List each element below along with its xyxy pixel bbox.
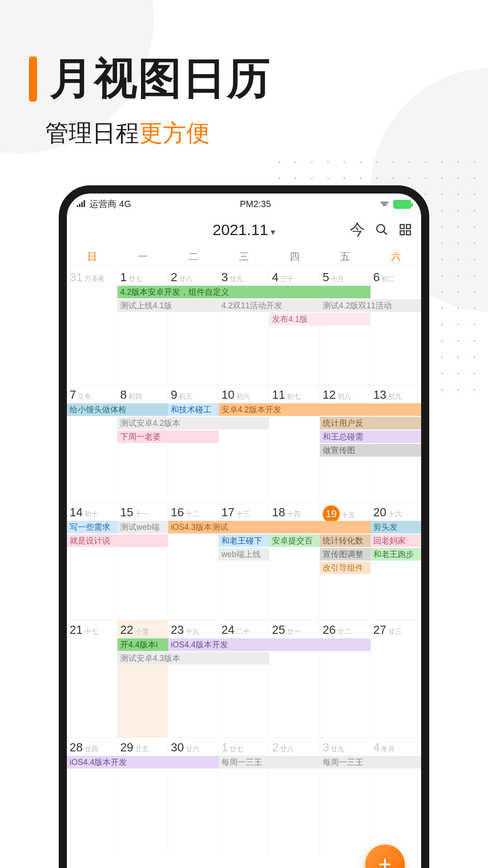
day-cell[interactable]: 13初九 xyxy=(371,385,421,502)
day-cell[interactable]: 7立冬给小馒头做体检 xyxy=(67,385,117,502)
day-number: 9 xyxy=(171,388,177,402)
day-cell[interactable]: 3廿九4.2双11活动开发 xyxy=(219,267,269,385)
day-cell[interactable]: 2廿八 xyxy=(168,267,219,385)
calendar-event[interactable]: 发布4.1版 xyxy=(269,313,371,326)
lunar-label: 三十 xyxy=(280,275,294,283)
calendar-event[interactable]: 写一些需求 xyxy=(67,521,117,533)
calendar-event[interactable]: 测试web端 xyxy=(117,521,168,533)
calendar-event[interactable]: 测试上线4.1版 xyxy=(117,299,219,312)
calendar-event[interactable]: 每周一三王 xyxy=(219,756,320,769)
svg-line-5 xyxy=(384,231,387,235)
today-badge: 19 xyxy=(323,505,340,523)
calendar-event[interactable]: iOS4.3版本测试 xyxy=(168,521,371,533)
day-cell[interactable]: 14初十写一些需求就是设计说 xyxy=(67,502,117,620)
day-cell[interactable]: 28廿四iOS4.4版本开发 xyxy=(67,737,117,855)
lunar-label: 廿八 xyxy=(179,275,192,283)
day-cell[interactable]: 5十月测试4.2版双11活动 xyxy=(320,267,371,385)
day-cell[interactable]: 24二十 xyxy=(219,620,269,737)
calendar-event[interactable]: 和老王碰下 xyxy=(219,534,269,547)
day-number: 1 xyxy=(221,741,228,755)
calendar-event[interactable]: 剪头发 xyxy=(371,521,421,533)
lunar-label: 初八 xyxy=(338,392,351,401)
day-cell[interactable]: 21十七 xyxy=(67,620,117,737)
day-number: 7 xyxy=(70,388,76,402)
calendar-event[interactable]: 开4.4版本i xyxy=(117,638,168,651)
view-switch-icon[interactable] xyxy=(399,223,412,236)
day-cell[interactable]: 11初七 xyxy=(269,385,320,502)
day-cell[interactable]: 25廿一 xyxy=(269,620,320,737)
lunar-label: 廿一 xyxy=(287,627,300,636)
day-cell[interactable]: 22小雪开4.4版本i测试安卓4.3版本 xyxy=(117,620,168,737)
calendar-event[interactable]: 统计用户反 xyxy=(320,417,421,429)
day-cell[interactable]: 12初八统计用户反和王总碰需做宣传图 xyxy=(320,385,371,502)
day-number: 1 xyxy=(120,270,127,284)
day-cell[interactable]: 1廿七4.2版本安卓开发，组件自定义测试上线4.1版 xyxy=(117,267,168,385)
calendar-event[interactable]: 4.2版本安卓开发，组件自定义 xyxy=(117,286,371,298)
day-cell[interactable]: 4冬月 xyxy=(371,737,421,855)
weekday-row: 日一二三四五六 xyxy=(67,246,421,267)
calendar-event[interactable]: 和老王跑步 xyxy=(371,548,421,561)
day-cell[interactable]: 9初五和技术碰工 xyxy=(168,385,219,502)
calendar-event[interactable]: iOS4.4版本开发 xyxy=(67,756,219,769)
day-cell[interactable]: 30廿六 xyxy=(168,737,219,855)
calendar-event[interactable]: web端上线 xyxy=(219,548,269,561)
day-cell[interactable]: 23十九iOS4.4版本开发 xyxy=(168,620,219,737)
day-cell[interactable]: 20十六剪头发回老妈家和老王跑步 xyxy=(371,502,421,620)
day-cell[interactable]: 26廿二 xyxy=(320,620,371,737)
today-button[interactable]: 今 xyxy=(350,219,365,240)
calendar-event[interactable]: 宣传图调整 xyxy=(320,548,371,561)
day-cell[interactable]: 10初六安卓4.2版本开发 xyxy=(219,385,269,502)
day-cell[interactable]: 18十四安卓提交百 xyxy=(269,502,320,620)
calendar-event[interactable]: 下周一老婆 xyxy=(117,430,219,443)
headline-text: 月视图日历 xyxy=(50,50,271,108)
svg-rect-2 xyxy=(81,202,83,207)
subtitle: 管理日程更方便 xyxy=(45,118,210,149)
day-number: 25 xyxy=(272,623,285,637)
calendar-grid: 31万圣夜1廿七4.2版本安卓开发，组件自定义测试上线4.1版2廿八3廿九4.2… xyxy=(67,267,421,855)
calendar-event[interactable]: 做宣传图 xyxy=(320,444,421,457)
calendar-event[interactable]: 改引导组件 xyxy=(320,561,371,574)
day-cell[interactable]: 27廿三 xyxy=(371,620,421,737)
lunar-label: 二十 xyxy=(236,627,250,636)
calendar-event[interactable]: 安卓4.2版本开发 xyxy=(219,403,421,416)
day-cell[interactable]: 8初四测试安卓4.2版本下周一老婆 xyxy=(117,385,168,502)
lunar-label: 十七 xyxy=(84,627,98,636)
calendar-event[interactable]: 4.2双11活动开发 xyxy=(219,299,320,312)
subtitle-orange: 更方便 xyxy=(139,120,210,146)
calendar-event[interactable]: 和王总碰需 xyxy=(320,430,421,443)
day-cell[interactable]: 6初二 xyxy=(371,267,421,385)
day-number: 3 xyxy=(323,741,329,755)
signal-icon xyxy=(77,199,86,209)
calendar-event[interactable]: iOS4.4版本开发 xyxy=(168,638,371,651)
calendar-event[interactable]: 测试安卓4.3版本 xyxy=(117,652,269,665)
day-cell[interactable]: 19十五统计转化数宣传图调整改引导组件 xyxy=(320,502,371,620)
month-selector[interactable]: 2021.11▾ xyxy=(213,221,276,239)
lunar-label: 初九 xyxy=(388,392,402,401)
calendar-event[interactable]: 每周一三王 xyxy=(320,756,421,769)
calendar-event[interactable]: 给小馒头做体检 xyxy=(67,403,168,416)
calendar-event[interactable]: 测试4.2版双11活动 xyxy=(320,299,421,312)
calendar-event[interactable]: 回老妈家 xyxy=(371,534,421,547)
carrier-label: 运营商 4G xyxy=(89,198,131,210)
calendar-event[interactable]: 和技术碰工 xyxy=(168,403,219,416)
day-cell[interactable]: 15十一测试web端 xyxy=(117,502,168,620)
day-cell[interactable]: 4三十发布4.1版 xyxy=(269,267,320,385)
day-cell[interactable]: 17十三和老王碰下web端上线 xyxy=(219,502,269,620)
calendar-event[interactable]: 安卓提交百 xyxy=(269,534,320,547)
calendar-event[interactable]: 就是设计说 xyxy=(67,534,168,547)
day-cell[interactable]: 2廿八 xyxy=(269,737,320,855)
day-cell[interactable]: 1廿七每周一三王 xyxy=(219,737,269,855)
day-number: 24 xyxy=(221,623,235,637)
lunar-label: 廿四 xyxy=(84,745,98,754)
search-icon[interactable] xyxy=(375,223,389,236)
day-cell[interactable]: 16十二iOS4.3版本测试 xyxy=(168,502,219,620)
day-cell[interactable]: 3廿九每周一三王 xyxy=(320,737,371,855)
day-number: 18 xyxy=(272,505,285,519)
calendar-event[interactable]: 测试安卓4.2版本 xyxy=(117,417,269,429)
battery-icon xyxy=(393,200,411,209)
day-cell[interactable]: 29廿五 xyxy=(117,737,168,855)
day-cell[interactable]: 31万圣夜 xyxy=(67,267,117,385)
plus-icon: + xyxy=(378,851,392,868)
day-number: 4 xyxy=(373,741,380,755)
calendar-event[interactable]: 统计转化数 xyxy=(320,534,371,547)
